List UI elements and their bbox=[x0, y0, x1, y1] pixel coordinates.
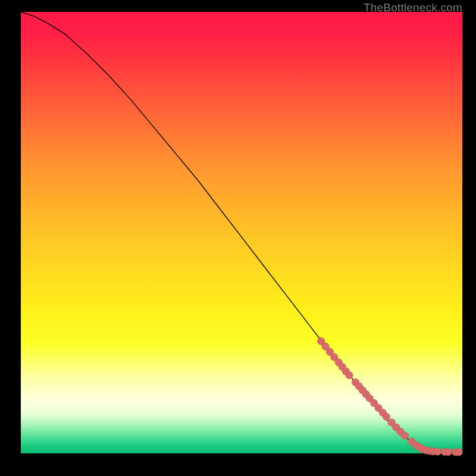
data-point bbox=[401, 432, 408, 439]
point-cluster bbox=[317, 337, 462, 456]
data-point bbox=[444, 448, 452, 455]
curve-svg bbox=[21, 12, 462, 453]
chart-frame: TheBottleneck.com bbox=[0, 0, 476, 476]
plot-area bbox=[21, 12, 462, 453]
data-point bbox=[434, 448, 441, 455]
data-point bbox=[383, 413, 390, 420]
data-point bbox=[455, 449, 462, 456]
data-point bbox=[346, 372, 353, 379]
bottleneck-curve bbox=[21, 12, 462, 452]
